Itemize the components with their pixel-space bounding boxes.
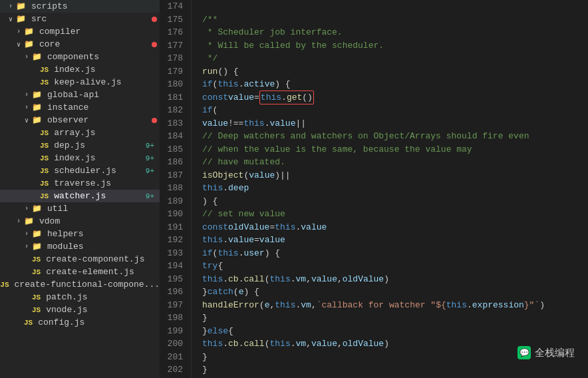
code-line-194: try { <box>202 260 588 273</box>
js-icon-traverse-js: JS <box>40 180 49 188</box>
js-icon-watcher-js: JS <box>40 192 49 200</box>
sidebar-item-index-comp[interactable]: JSindex.js <box>0 63 160 76</box>
sidebar-label-patch-js: patch.js <box>46 292 160 302</box>
sidebar-item-create-component[interactable]: JScreate-component.js <box>0 253 160 266</box>
folder-arrow-core: ∨ <box>13 41 24 49</box>
code-line-193: if (this.user) { <box>202 247 588 260</box>
sidebar-item-traverse-js[interactable]: JStraverse.js <box>0 177 160 190</box>
code-line-186: // have mutated. <box>202 156 588 169</box>
sidebar-label-traverse-js: traverse.js <box>54 178 160 188</box>
code-line-183: value !== this.value || <box>202 117 588 130</box>
js-icon-keep-alive: JS <box>40 79 49 87</box>
sidebar-item-instance[interactable]: ›📁instance <box>0 101 160 114</box>
sidebar-item-components[interactable]: ›📁components <box>0 51 160 63</box>
sidebar-label-core: core <box>39 39 149 49</box>
folder-icon-helpers: 📁 <box>32 229 42 239</box>
sidebar-item-observer[interactable]: ∨📁observer <box>0 114 160 126</box>
badge-dot-observer <box>152 118 157 123</box>
line-number-176: 176 <box>160 26 183 39</box>
line-number-183: 183 <box>160 117 183 130</box>
line-number-191: 191 <box>160 221 183 234</box>
sidebar-item-patch-js[interactable]: JSpatch.js <box>0 291 160 303</box>
folder-icon-global-api: 📁 <box>32 90 42 100</box>
code-line-184: // Deep watchers and watchers on Object/… <box>202 130 588 143</box>
sidebar-item-src[interactable]: ∨📁src <box>0 13 160 25</box>
folder-icon-components: 📁 <box>32 52 42 62</box>
sidebar-label-config-js: config.js <box>38 317 160 327</box>
code-line-198: } <box>202 311 588 325</box>
line-number-185: 185 <box>160 143 183 156</box>
code-line-176: * Scheduler job interface. <box>202 26 588 39</box>
sidebar-label-modules: modules <box>47 242 160 252</box>
js-icon-index-comp: JS <box>40 66 49 74</box>
line-number-192: 192 <box>160 234 183 247</box>
js-icon-patch-js: JS <box>32 293 41 301</box>
sidebar-item-scheduler-js[interactable]: JSscheduler.js9+ <box>0 164 160 177</box>
code-line-195: this.cb.call(this.vm, value, oldValue) <box>202 273 588 286</box>
line-number-200: 200 <box>160 337 183 351</box>
line-number-175: 175 <box>160 13 183 27</box>
code-line-199: } else { <box>202 325 588 338</box>
line-number-186: 186 <box>160 156 183 169</box>
sidebar-label-scheduler-js: scheduler.js <box>54 166 146 176</box>
line-numbers: 1741751761771781791801811821831841851861… <box>160 0 192 378</box>
badge-dot-src <box>152 17 157 22</box>
badge-index-obs: 9+ <box>146 154 154 162</box>
sidebar-item-vnode-js[interactable]: JSvnode.js <box>0 303 160 316</box>
folder-arrow-modules: › <box>21 243 32 250</box>
folder-arrow-observer: ∨ <box>21 116 32 124</box>
sidebar-item-create-element[interactable]: JScreate-element.js <box>0 266 160 278</box>
code-line-202: } <box>202 363 588 377</box>
line-number-187: 187 <box>160 169 183 182</box>
folder-arrow-instance: › <box>21 104 32 111</box>
folder-arrow-util: › <box>21 205 32 212</box>
sidebar-item-index-obs[interactable]: JSindex.js9+ <box>0 152 160 164</box>
sidebar-item-keep-alive[interactable]: JSkeep-alive.js <box>0 76 160 89</box>
code-line-181: const value = this.get() <box>202 91 588 104</box>
code-line-189: ) { <box>202 195 588 208</box>
code-area: /** * Scheduler job interface. * Will be… <box>192 0 588 378</box>
watermark-text: 全栈编程 <box>535 347 575 359</box>
line-number-181: 181 <box>160 91 183 104</box>
line-number-196: 196 <box>160 285 183 299</box>
js-icon-dep-js: JS <box>40 142 49 150</box>
sidebar-label-instance: instance <box>47 102 160 112</box>
folder-icon-core: 📁 <box>24 39 34 49</box>
line-number-182: 182 <box>160 104 183 117</box>
sidebar-item-config-js[interactable]: JSconfig.js <box>0 316 160 329</box>
sidebar-item-core[interactable]: ∨📁core <box>0 38 160 51</box>
sidebar-item-watcher-js[interactable]: JSwatcher.js9+ <box>0 190 160 202</box>
line-number-198: 198 <box>160 311 183 325</box>
sidebar-item-compiler[interactable]: ›📁compiler <box>0 25 160 38</box>
line-number-193: 193 <box>160 247 183 260</box>
folder-arrow-components: › <box>21 53 32 61</box>
sidebar-label-keep-alive: keep-alive.js <box>54 77 160 87</box>
badge-dep-js: 9+ <box>146 142 154 150</box>
sidebar-label-vnode-js: vnode.js <box>46 305 160 315</box>
folder-icon-compiler: 📁 <box>24 27 34 37</box>
line-number-197: 197 <box>160 299 183 312</box>
code-line-196: } catch (e) { <box>202 285 588 299</box>
sidebar-item-vdom[interactable]: ›📁vdom <box>0 215 160 228</box>
folder-icon-src: 📁 <box>16 14 26 24</box>
js-icon-config-js: JS <box>24 319 33 327</box>
sidebar-item-create-functional[interactable]: JScreate-functional-compone... <box>0 278 160 291</box>
sidebar-item-scripts[interactable]: ›📁scripts <box>0 0 160 13</box>
code-line-187: isObject(value) || <box>202 169 588 182</box>
code-line-179: run () { <box>202 65 588 79</box>
line-number-189: 189 <box>160 195 183 208</box>
sidebar-label-src: src <box>31 14 149 24</box>
code-line-178: */ <box>202 52 588 65</box>
sidebar-item-util[interactable]: ›📁util <box>0 202 160 215</box>
code-line-188: this.deep <box>202 182 588 195</box>
sidebar-label-observer: observer <box>47 115 149 125</box>
folder-arrow-src: ∨ <box>5 15 16 23</box>
sidebar-item-helpers[interactable]: ›📁helpers <box>0 228 160 240</box>
sidebar-item-array-js[interactable]: JSarray.js <box>0 126 160 139</box>
sidebar-item-global-api[interactable]: ›📁global-api <box>0 89 160 101</box>
sidebar-item-modules[interactable]: ›📁modules <box>0 240 160 253</box>
sidebar-label-util: util <box>47 204 160 214</box>
code-line-197: handleError(e, this.vm, `callback for wa… <box>202 299 588 312</box>
watermark: 💬 全栈编程 <box>517 346 575 359</box>
sidebar-item-dep-js[interactable]: JSdep.js9+ <box>0 139 160 152</box>
